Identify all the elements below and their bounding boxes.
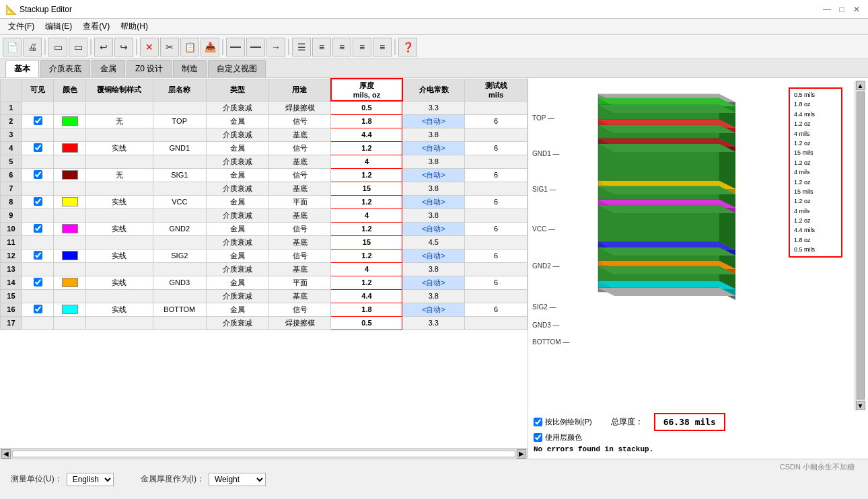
row-visible[interactable]	[22, 208, 54, 222]
row-thickness[interactable]: 1.2	[331, 249, 402, 262]
tab-custom[interactable]: 自定义视图	[208, 60, 266, 77]
row-color[interactable]	[54, 249, 86, 262]
measure-select[interactable]: English Metric	[67, 473, 114, 486]
table-row[interactable]: 6无SIG1金属信号1.2<自动>6	[1, 168, 528, 182]
tab-basic[interactable]: 基本	[5, 60, 39, 77]
maximize-button[interactable]: □	[836, 3, 848, 15]
row-color[interactable]	[54, 208, 86, 222]
row-thickness[interactable]: 1.8	[331, 303, 402, 316]
row-thickness[interactable]: 1.8	[331, 114, 402, 128]
row-color[interactable]	[54, 303, 86, 316]
scroll-thumb[interactable]	[857, 91, 865, 399]
tab-fabrication[interactable]: 制造	[173, 60, 207, 77]
row-visible[interactable]	[22, 128, 54, 141]
row-color[interactable]	[54, 289, 86, 303]
table-row[interactable]: 2无TOP金属信号1.8<自动>6	[1, 114, 528, 128]
menu-view[interactable]: 查看(V)	[77, 20, 115, 34]
row-thickness[interactable]: 1.2	[331, 195, 402, 208]
tb-delete[interactable]: ✕	[140, 38, 159, 56]
row-visible[interactable]	[22, 101, 54, 114]
tb-align5[interactable]: ≡	[373, 38, 392, 56]
proportional-checkbox[interactable]	[534, 418, 542, 426]
table-row[interactable]: 11介质衰减基底154.5	[1, 235, 528, 249]
row-visible[interactable]	[22, 289, 54, 303]
scroll-down[interactable]: ▼	[856, 401, 865, 410]
row-thickness[interactable]: 4	[331, 155, 402, 168]
row-visible[interactable]	[22, 303, 54, 316]
row-color[interactable]	[54, 101, 86, 114]
minimize-button[interactable]: —	[821, 3, 833, 15]
row-color[interactable]	[54, 141, 86, 155]
proportional-checkbox-label[interactable]: 按比例绘制(P)	[534, 417, 592, 427]
row-color[interactable]	[54, 276, 86, 289]
row-color[interactable]	[54, 235, 86, 249]
row-thickness[interactable]: 1.2	[331, 168, 402, 182]
tab-metal[interactable]: 金属	[92, 60, 125, 77]
tb-align4[interactable]: ≡	[353, 38, 371, 56]
tb-rect1[interactable]: ▭	[48, 38, 67, 56]
h-scrollbar[interactable]: ◀ ▶	[0, 448, 528, 459]
row-visible[interactable]	[22, 155, 54, 168]
row-thickness[interactable]: 4	[331, 262, 402, 276]
scroll-left[interactable]: ◀	[1, 449, 11, 459]
row-visible[interactable]	[22, 195, 54, 208]
row-visible[interactable]	[22, 222, 54, 235]
scroll-right[interactable]: ▶	[517, 449, 526, 459]
tb-align1[interactable]: ☰	[292, 38, 311, 56]
menu-file[interactable]: 文件(F)	[3, 20, 40, 34]
table-row[interactable]: 1介质衰减焊接擦模0.53.3	[1, 101, 528, 114]
row-visible[interactable]	[22, 182, 54, 195]
row-color[interactable]	[54, 262, 86, 276]
stackup-table-container[interactable]: 可见 颜色 覆铜绘制样式 层名称 类型 用途 厚度mils, oz 介电常数 测…	[0, 78, 528, 448]
table-row[interactable]: 7介质衰减基底153.8	[1, 182, 528, 195]
tab-z0[interactable]: Z0 设计	[126, 60, 172, 77]
tb-redo[interactable]: ↪	[114, 38, 133, 56]
row-color[interactable]	[54, 182, 86, 195]
row-thickness[interactable]: 4.4	[331, 128, 402, 141]
row-color[interactable]	[54, 168, 86, 182]
row-visible[interactable]	[22, 235, 54, 249]
table-row[interactable]: 15介质衰减基底4.43.8	[1, 289, 528, 303]
row-thickness[interactable]: 4.4	[331, 289, 402, 303]
table-row[interactable]: 13介质衰减基底43.8	[1, 262, 528, 276]
tb-print[interactable]: 🖨	[23, 38, 42, 56]
table-row[interactable]: 3介质衰减基底4.43.8	[1, 128, 528, 141]
menu-edit[interactable]: 编辑(E)	[40, 20, 77, 34]
row-thickness[interactable]: 1.2	[331, 222, 402, 235]
tb-undo[interactable]: ↩	[94, 38, 113, 56]
table-row[interactable]: 10实线GND2金属信号1.2<自动>6	[1, 222, 528, 235]
tb-arrow[interactable]: →	[266, 38, 285, 56]
row-color[interactable]	[54, 316, 86, 330]
metal-select[interactable]: Weight Thickness	[209, 473, 266, 486]
tb-rect2[interactable]: ▭	[69, 38, 87, 56]
table-row[interactable]: 4实线GND1金属信号1.2<自动>6	[1, 141, 528, 155]
tb-help[interactable]: ❓	[398, 38, 417, 56]
tb-paste[interactable]: 📥	[201, 38, 219, 56]
row-color[interactable]	[54, 155, 86, 168]
close-button[interactable]: ✕	[851, 3, 863, 15]
row-color[interactable]	[54, 222, 86, 235]
row-thickness[interactable]: 1.2	[331, 141, 402, 155]
scroll-up[interactable]: ▲	[856, 81, 865, 90]
row-thickness[interactable]: 15	[331, 235, 402, 249]
row-visible[interactable]	[22, 114, 54, 128]
menu-help[interactable]: 帮助(H)	[115, 20, 153, 34]
row-color[interactable]	[54, 195, 86, 208]
row-visible[interactable]	[22, 316, 54, 330]
row-visible[interactable]	[22, 262, 54, 276]
row-thickness[interactable]: 4	[331, 208, 402, 222]
row-visible[interactable]	[22, 276, 54, 289]
tb-cut[interactable]: ✂	[160, 38, 179, 56]
table-row[interactable]: 5介质衰减基底43.8	[1, 155, 528, 168]
row-thickness[interactable]: 15	[331, 182, 402, 195]
row-color[interactable]	[54, 114, 86, 128]
table-row[interactable]: 17介质衰减焊接擦模0.53.3	[1, 316, 528, 330]
table-row[interactable]: 8实线VCC金属平面1.2<自动>6	[1, 195, 528, 208]
tb-line2[interactable]: —	[246, 38, 265, 56]
tb-new[interactable]: 📄	[3, 38, 22, 56]
v-scrollbar[interactable]: ▲ ▼	[855, 81, 865, 410]
row-thickness[interactable]: 1.2	[331, 276, 402, 289]
row-thickness[interactable]: 0.5	[331, 101, 402, 114]
tb-align3[interactable]: ≡	[332, 38, 351, 56]
tb-line1[interactable]: —	[226, 38, 245, 56]
